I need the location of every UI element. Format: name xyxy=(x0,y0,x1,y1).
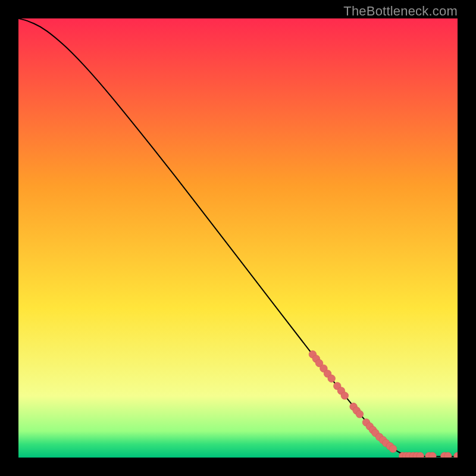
watermark-text: TheBottleneck.com xyxy=(343,4,458,19)
gradient-bg xyxy=(18,18,458,458)
chart-frame: TheBottleneck.com xyxy=(0,0,476,476)
plot-area xyxy=(18,18,458,458)
data-marker xyxy=(356,411,364,418)
data-marker xyxy=(341,392,349,400)
data-marker xyxy=(389,445,397,453)
chart-svg xyxy=(18,18,458,458)
data-marker xyxy=(328,375,336,383)
